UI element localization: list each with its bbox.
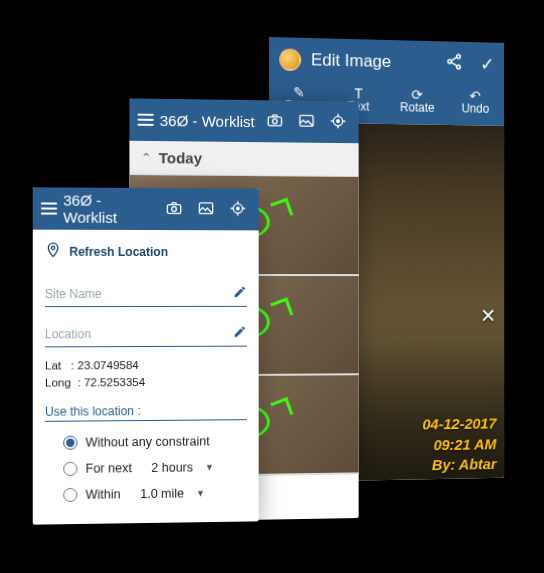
menu-icon[interactable]	[138, 111, 154, 129]
long-value: 72.5253354	[84, 376, 145, 388]
pencil-icon: ✎	[269, 86, 329, 99]
option-within-prefix: Within	[86, 487, 121, 501]
tab-rotate[interactable]: ⟳ Rotate	[388, 84, 446, 125]
svg-line-3	[451, 57, 457, 61]
option-no-constraint-label: Without any constraint	[86, 434, 210, 449]
close-icon[interactable]: ✕	[480, 304, 496, 328]
edit-image-title: Edit Image	[311, 50, 436, 73]
chevron-down-icon[interactable]: ▼	[205, 462, 214, 472]
tab-rotate-label: Rotate	[400, 100, 434, 115]
worklist-b-header: 36Ø - Worklist	[129, 98, 358, 143]
location-field-row	[45, 315, 247, 348]
tab-undo[interactable]: ↶ Undo	[446, 85, 504, 126]
refresh-location-screen: 36Ø - Worklist Refresh Location	[33, 187, 259, 524]
today-label: Today	[159, 149, 202, 166]
svg-point-15	[172, 206, 177, 211]
edit-image-header: Edit Image ✓	[269, 37, 504, 86]
svg-line-4	[451, 62, 457, 66]
location-pin-icon	[45, 242, 61, 261]
text-icon: T	[329, 87, 388, 100]
confirm-icon[interactable]: ✓	[472, 53, 494, 75]
menu-icon[interactable]	[41, 199, 57, 217]
undo-icon: ↶	[446, 89, 504, 102]
svg-point-18	[237, 207, 240, 210]
share-icon[interactable]	[445, 52, 462, 74]
chevron-up-icon: ⌃	[142, 151, 151, 164]
refresh-location-body: Refresh Location Lat : 23.0749584	[33, 230, 259, 514]
use-location-options: Without any constraint For next 2 hours …	[45, 428, 247, 508]
option-for-next-value: 2 hours	[151, 460, 193, 474]
svg-point-2	[457, 65, 461, 69]
site-name-input[interactable]	[45, 287, 217, 301]
worklist-a-title: 36Ø - Worklist	[63, 192, 155, 227]
location-target-icon[interactable]	[225, 200, 251, 219]
radio-within[interactable]	[63, 487, 77, 501]
stamp-author: By: Abtar	[422, 454, 496, 475]
lat-label: Lat	[45, 359, 61, 371]
refresh-location-label: Refresh Location	[69, 244, 168, 258]
option-within[interactable]: Within 1.0 mile ▼	[63, 479, 247, 507]
option-within-value: 1.0 mile	[140, 486, 184, 501]
option-for-next-prefix: For next	[86, 461, 132, 476]
gallery-icon[interactable]	[294, 113, 320, 130]
edit-icon[interactable]	[233, 325, 247, 342]
location-input[interactable]	[45, 326, 217, 341]
app-logo-icon	[279, 48, 301, 71]
svg-point-6	[273, 119, 278, 124]
long-label: Long	[45, 377, 71, 389]
gallery-icon[interactable]	[193, 201, 219, 218]
radio-for-next[interactable]	[63, 461, 77, 475]
lat-value: 23.0749584	[77, 359, 138, 371]
option-no-constraint[interactable]: Without any constraint	[63, 428, 247, 456]
svg-rect-5	[268, 116, 281, 125]
section-today[interactable]: ⌃ Today	[129, 141, 358, 177]
site-name-field-row	[45, 275, 247, 307]
worklist-b-title: 36Ø - Worklist	[160, 111, 256, 129]
stage: Edit Image ✓ ✎ Draw T Text ⟳ Rotate ↶ Un…	[0, 0, 544, 573]
edit-icon[interactable]	[233, 285, 247, 302]
chevron-down-icon[interactable]: ▼	[196, 488, 205, 498]
location-target-icon[interactable]	[325, 113, 351, 132]
use-location-label: Use this location :	[45, 403, 247, 422]
coordinates-display: Lat : 23.0749584 Long : 72.5253354	[45, 357, 247, 393]
stamp-time: 09:21 AM	[422, 434, 496, 455]
radio-no-constraint[interactable]	[63, 435, 77, 449]
svg-point-9	[337, 119, 340, 122]
stamp-date: 04-12-2017	[422, 414, 496, 435]
tab-undo-label: Undo	[461, 101, 489, 115]
camera-icon[interactable]	[262, 113, 288, 130]
svg-rect-14	[167, 204, 180, 213]
option-for-next[interactable]: For next 2 hours ▼	[63, 453, 247, 481]
rotate-icon: ⟳	[388, 88, 446, 101]
camera-icon[interactable]	[161, 201, 187, 218]
photo-timestamp: 04-12-2017 09:21 AM By: Abtar	[422, 414, 496, 476]
worklist-a-header: 36Ø - Worklist	[33, 187, 259, 230]
svg-point-23	[51, 246, 54, 249]
refresh-location-button[interactable]: Refresh Location	[45, 236, 247, 267]
